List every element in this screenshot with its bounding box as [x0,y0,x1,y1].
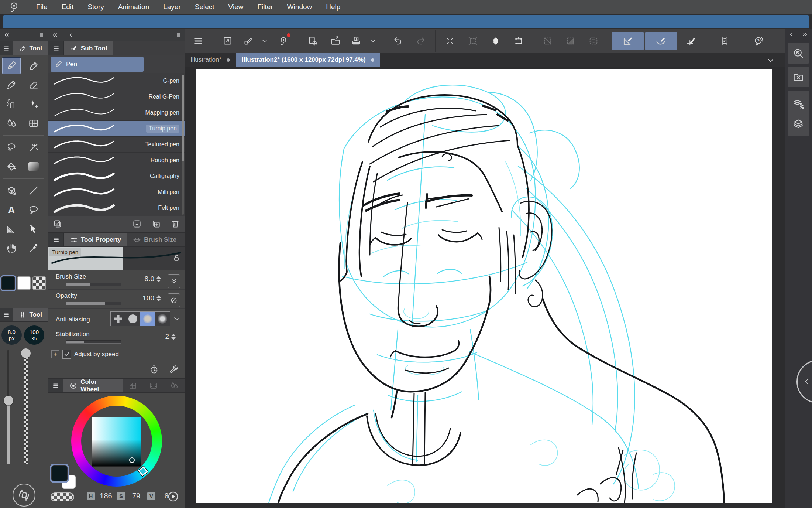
tool-correct-line[interactable] [24,221,43,237]
command-bar[interactable] [3,15,809,28]
brush-size-badge[interactable]: 8.0 px [1,325,22,345]
menu-layer[interactable]: Layer [163,3,181,11]
transparent-color-swatch[interactable] [32,276,46,290]
brush-size-slider[interactable] [7,350,9,464]
duplicate-subtool-icon[interactable] [151,219,161,229]
import-subtool-icon[interactable] [132,219,142,229]
redo-button[interactable] [409,32,432,50]
aa-strong-option[interactable] [155,312,170,326]
tool-frame-border[interactable] [2,221,21,237]
tool-selection[interactable] [2,139,21,156]
clip-studio-button[interactable] [272,32,295,50]
subtool-item-turnip-pen[interactable]: Turnip pen [48,121,185,137]
snap-to-grid-button[interactable] [678,32,705,50]
transform-button[interactable] [507,32,530,50]
mini-tool-menu-button[interactable] [0,308,13,321]
delete-subtool-icon[interactable] [171,219,180,229]
layers-icon[interactable] [792,117,804,129]
tab-sub-tool[interactable]: Sub Tool [64,41,113,55]
subtool-menu-button[interactable] [48,41,64,55]
tab-brush-size[interactable]: Brush Size [127,233,182,246]
menu-animation[interactable]: Animation [118,3,149,11]
adjust-by-speed-checkbox[interactable] [62,350,71,359]
subtool-group-pen[interactable]: Pen [51,57,144,72]
aa-middle-option-selected[interactable] [140,312,155,326]
subtool-item-felt-pen[interactable]: Felt pen [48,200,185,216]
foreground-color-swatch[interactable] [1,276,15,290]
subtool-item-textured-pen[interactable]: Textured pen [48,137,185,153]
color-wheel-menu-button[interactable] [48,379,63,392]
subtool-item-milli-pen[interactable]: Milli pen [48,184,185,200]
tab-tool[interactable]: Tool [13,41,48,55]
sv-marker[interactable] [129,457,135,463]
drag-grip-icon[interactable] [38,32,45,38]
material-button[interactable] [788,67,809,87]
show-all-subtools-icon[interactable] [53,219,62,229]
opacity-slider[interactable] [24,352,28,464]
tab-color-set[interactable] [123,379,143,392]
tool-airbrush[interactable] [2,96,21,112]
menu-edit[interactable]: Edit [62,3,74,11]
undo-button[interactable] [386,32,409,50]
menu-filter[interactable]: Filter [257,3,273,11]
subtool-item-rough-pen[interactable]: Rough pen [48,153,185,168]
brush-size-stepper[interactable] [156,276,161,282]
tool-figure[interactable] [24,183,43,199]
background-color-swatch[interactable] [17,276,31,290]
clear-button[interactable] [484,32,507,50]
brush-size-slider-handle[interactable] [4,396,13,405]
tool-hand[interactable] [2,240,21,256]
subtool-item-calligraphy[interactable]: Calligraphy [48,168,185,184]
save-dropdown[interactable] [365,32,380,50]
tab-tool-property[interactable]: Tool Property [64,233,127,246]
opacity-badge[interactable]: 100 % [24,325,44,345]
snap-to-ruler-button-active[interactable] [612,32,644,50]
aa-none-option[interactable] [111,312,125,326]
fit-screen-button[interactable] [216,32,239,50]
selection-launcher-button[interactable] [582,32,605,50]
opacity-dynamics-button[interactable] [168,293,180,307]
pen-modifier-button[interactable] [239,32,257,50]
tool-object[interactable] [2,183,21,199]
tool-gradient[interactable] [24,158,43,175]
help-button[interactable] [745,32,772,50]
tab-mini-tool[interactable]: Tool [13,308,48,321]
menu-help[interactable]: Help [326,3,340,11]
brush-size-track[interactable] [66,283,121,286]
save-button[interactable] [347,32,365,50]
tool-panel-menu-button[interactable] [0,41,13,55]
tool-eyedropper[interactable] [24,240,43,256]
menu-view[interactable]: View [228,3,244,11]
tab-illustration-1[interactable]: Illustration* [185,53,236,67]
tab-close-dot[interactable] [227,58,230,62]
menu-file[interactable]: File [36,3,48,11]
collapse-left-icon[interactable] [3,31,10,39]
main-menu-button[interactable] [187,32,210,50]
chevron-left-icon[interactable] [788,31,794,37]
tool-pen[interactable] [2,58,21,74]
new-canvas-button[interactable] [301,32,324,50]
tool-text[interactable] [2,202,21,218]
tab-color-mixing[interactable] [164,379,185,392]
tab-color-wheel[interactable]: Color Wheel [63,379,123,392]
tab-intermediate-color[interactable] [143,379,164,392]
layer-property-icon[interactable] [792,98,804,110]
menu-window[interactable]: Window [287,3,312,11]
app-logo-icon[interactable] [8,1,20,13]
color-mode-toggle-icon[interactable] [167,490,179,503]
open-file-button[interactable] [324,32,347,50]
processing-button[interactable] [438,32,461,50]
opacity-stepper[interactable] [156,295,161,301]
onscreen-keypad-button[interactable] [711,32,739,50]
tool-blend[interactable] [2,115,21,132]
tool-fill[interactable] [2,158,21,175]
quick-access-button[interactable] [788,43,809,64]
stabilization-track[interactable] [66,340,121,344]
tool-decoration[interactable] [24,96,43,112]
tool-eraser[interactable] [24,77,43,93]
tool-property-menu-button[interactable] [48,233,64,246]
drag-grip-icon[interactable] [175,32,182,38]
menu-select[interactable]: Select [195,3,214,11]
invert-selection-button[interactable] [536,32,559,50]
subtool-item-real-g-pen[interactable]: Real G-Pen [48,89,185,105]
